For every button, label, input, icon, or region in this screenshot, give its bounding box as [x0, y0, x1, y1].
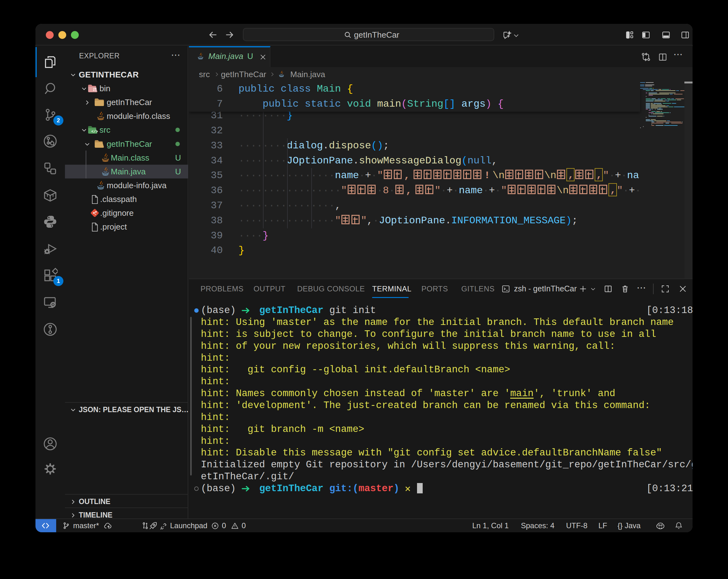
- svg-text:10: 10: [93, 90, 96, 92]
- svg-text:</>: </>: [91, 130, 98, 134]
